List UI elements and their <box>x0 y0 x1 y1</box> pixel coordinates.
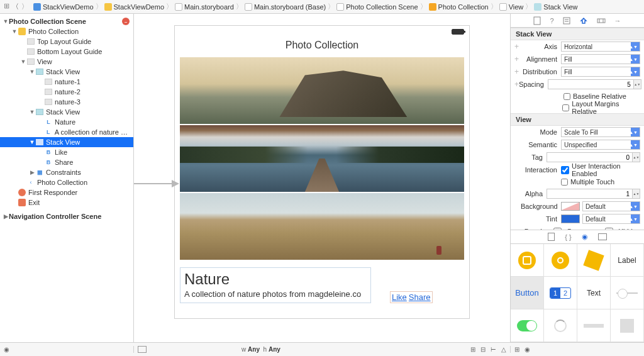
baseline-relative-checkbox[interactable] <box>564 93 570 100</box>
like-button[interactable]: Like <box>392 292 407 302</box>
object-library: { } ◉ Label Button 12 Text <box>511 230 644 342</box>
outline-row[interactable]: Bottom Layout Guide <box>0 47 133 57</box>
outline-row[interactable]: ▼Stack View <box>0 67 133 77</box>
add-alignment-icon[interactable]: + <box>514 55 521 64</box>
scene-header[interactable]: ▶Navigation Controller Scene <box>0 211 133 221</box>
lib-item-cube[interactable] <box>577 244 611 277</box>
outline-toggle-icon[interactable] <box>138 346 147 353</box>
grid-view-icon[interactable]: ⊞ <box>514 346 519 353</box>
image-stack-view[interactable] <box>175 57 469 260</box>
filter-library-icon[interactable]: ◉ <box>525 346 530 353</box>
size-class-control[interactable]: w Any h Any <box>242 346 280 353</box>
back-button[interactable]: 〈 <box>12 2 19 11</box>
code-snippet-tab[interactable]: { } <box>565 233 571 241</box>
navigation-title[interactable]: Photo Collection <box>175 37 469 57</box>
mode-popup[interactable]: Scale To Fill▲▼ <box>561 127 640 137</box>
lib-item-segmented[interactable]: 12 <box>544 277 577 309</box>
forward-button[interactable]: 〉 <box>21 2 28 11</box>
media-library-tab[interactable] <box>598 233 607 240</box>
caption-stack-view[interactable]: Nature A collection of nature photos fro… <box>180 267 371 303</box>
outline-row[interactable]: First Responder <box>0 187 133 197</box>
scene-close-icon[interactable]: – <box>122 18 130 25</box>
resolve-icon[interactable]: △ <box>501 346 506 353</box>
add-distribution-icon[interactable]: + <box>514 67 521 76</box>
connections-inspector-tab[interactable]: → <box>614 17 621 25</box>
layout-margins-checkbox[interactable] <box>562 104 569 111</box>
scene-header[interactable]: ▼Photo Collection Scene– <box>0 16 133 26</box>
axis-popup[interactable]: Horizontal▲▼ <box>561 42 640 52</box>
outline-row[interactable]: ▼Stack View <box>0 107 133 117</box>
alignment-popup[interactable]: Fill▲▼ <box>561 54 640 64</box>
add-axis-icon[interactable]: + <box>514 42 521 51</box>
breadcrumb-item[interactable]: Photo Collection <box>429 3 489 11</box>
lib-item-scroll[interactable] <box>544 244 577 277</box>
breadcrumb-item[interactable]: Main.storyboard (Base) <box>245 3 326 11</box>
lib-item-progress[interactable] <box>577 309 611 342</box>
pin-icon[interactable]: ⊢ <box>491 346 496 353</box>
outline-row[interactable]: LA collection of nature p... <box>0 127 133 137</box>
outline-row[interactable]: BLike <box>0 147 133 157</box>
outline-row[interactable]: ▼Stack View <box>0 137 133 147</box>
title-label[interactable]: Nature <box>184 270 367 288</box>
action-stack-view[interactable]: Like Share <box>390 291 433 303</box>
image-nature-2[interactable] <box>180 125 464 192</box>
outline-row[interactable]: ‹Photo Collection <box>0 177 133 187</box>
L-icon: L <box>44 118 53 126</box>
share-button[interactable]: Share <box>409 292 431 302</box>
image-nature-1[interactable] <box>180 57 464 124</box>
alpha-field[interactable]: ▲▼ <box>547 189 640 199</box>
subtitle-label[interactable]: A collection of nature photos from magde… <box>184 289 367 299</box>
lib-item-other[interactable] <box>611 309 644 342</box>
scroll-icon <box>552 252 569 269</box>
size-inspector-tab[interactable] <box>597 17 606 25</box>
distribution-popup[interactable]: Fill▲▼ <box>561 67 640 77</box>
stack-icon[interactable]: ⊞ <box>470 346 475 353</box>
outline-row[interactable]: ▶▦Constraints <box>0 167 133 177</box>
outline-row[interactable]: BShare <box>0 157 133 167</box>
breadcrumb-item[interactable]: Photo Collection Scene <box>336 3 418 11</box>
add-spacing-icon[interactable]: + <box>514 80 519 89</box>
lib-item-spinner[interactable] <box>544 309 577 342</box>
align-icon[interactable]: ⊟ <box>480 346 486 353</box>
canvas[interactable]: Photo Collection Nature A collection of … <box>134 14 510 342</box>
file-inspector-tab[interactable] <box>533 16 541 25</box>
lib-item-button[interactable]: Button <box>511 277 544 309</box>
attributes-inspector-tab[interactable] <box>579 16 588 25</box>
object-library-tab[interactable]: ◉ <box>582 233 588 241</box>
spacing-label: Spacing <box>519 81 548 88</box>
tint-popup[interactable]: Default▲▼ <box>582 214 640 224</box>
user-interaction-checkbox[interactable] <box>561 166 569 174</box>
related-items-icon[interactable]: ⊞ <box>4 2 9 11</box>
lib-item-slider[interactable] <box>611 277 644 309</box>
tag-field[interactable]: ▲▼ <box>547 152 640 162</box>
background-popup[interactable]: Default▲▼ <box>582 201 640 211</box>
image-nature-3[interactable] <box>180 193 464 260</box>
filter-icon[interactable]: ◉ <box>4 346 9 353</box>
multiple-touch-checkbox[interactable] <box>561 179 568 186</box>
outline-row[interactable]: nature-1 <box>0 77 133 87</box>
background-colorwell[interactable] <box>561 202 580 211</box>
outline-row[interactable]: ▼Photo Collection <box>0 26 133 36</box>
outline-row[interactable]: nature-3 <box>0 97 133 107</box>
breadcrumb-item[interactable]: Stack View <box>534 3 577 11</box>
outline-row[interactable]: ▼View <box>0 57 133 67</box>
identity-inspector-tab[interactable] <box>563 17 570 25</box>
breadcrumb-item[interactable]: View <box>499 3 524 11</box>
outline-row[interactable]: nature-2 <box>0 87 133 97</box>
spacing-field[interactable]: ▲▼ <box>548 79 641 89</box>
breadcrumb-item[interactable]: Main.storyboard <box>175 3 234 11</box>
help-inspector-tab[interactable]: ? <box>550 17 553 25</box>
file-template-tab[interactable] <box>548 233 555 241</box>
breadcrumb-item[interactable]: StackViewDemo <box>104 3 165 11</box>
outline-row[interactable]: Exit <box>0 197 133 208</box>
lib-item-textfield[interactable]: Text <box>577 277 611 309</box>
semantic-popup[interactable]: Unspecified▲▼ <box>561 140 640 150</box>
outline-row[interactable]: Top Layout Guide <box>0 36 133 47</box>
tint-colorwell[interactable] <box>561 214 580 223</box>
lib-item-view[interactable] <box>511 244 544 277</box>
lib-item-switch[interactable] <box>511 309 544 342</box>
breadcrumb-item[interactable]: StackViewDemo <box>33 3 94 11</box>
lib-item-label[interactable]: Label <box>611 244 644 277</box>
view-controller-canvas[interactable]: Photo Collection Nature A collection of … <box>174 25 470 319</box>
outline-row[interactable]: LNature <box>0 117 133 127</box>
